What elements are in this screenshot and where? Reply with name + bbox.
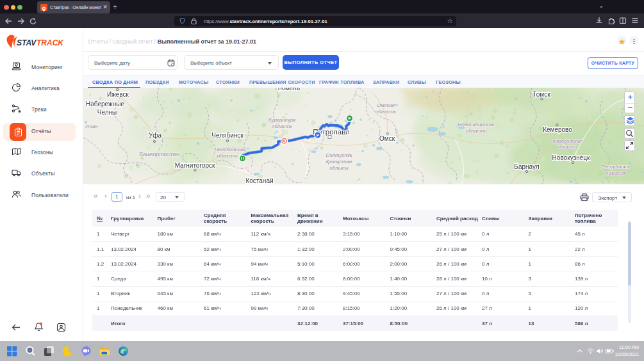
- svg-text:Курганская: Курганская: [268, 117, 296, 123]
- svg-text:Кемерово: Кемерово: [543, 126, 572, 133]
- svg-text:Кемеровская: Кемеровская: [552, 138, 581, 144]
- svg-text:Томск: Томск: [533, 91, 550, 98]
- svg-text:Набережные: Набережные: [86, 100, 124, 108]
- svg-text:Новосибирская: Новосибирская: [458, 122, 495, 127]
- svg-text:Ижевск: Ижевск: [107, 91, 129, 98]
- svg-text:Костанай: Костанай: [245, 177, 273, 184]
- svg-text:область: область: [376, 109, 397, 115]
- svg-text:Қазақстан: Қазақстан: [326, 159, 352, 164]
- svg-text:область: область: [466, 128, 487, 134]
- svg-text:Челябинская: Челябинская: [215, 147, 246, 152]
- svg-text:Челны: Челны: [97, 109, 117, 116]
- svg-text:Магнитогорск: Магнитогорск: [175, 162, 215, 169]
- svg-text:Республика: Республика: [601, 164, 629, 170]
- svg-text:STAV: STAV: [17, 38, 37, 47]
- svg-text:область: область: [557, 144, 577, 150]
- svg-text:облысы: облысы: [329, 165, 348, 171]
- svg-text:Хакасия: Хакасия: [605, 170, 625, 176]
- svg-text:Башкортостан: Башкортостан: [139, 151, 179, 157]
- svg-text:TRACK: TRACK: [37, 38, 64, 47]
- svg-text:Челябинск: Челябинск: [211, 132, 244, 139]
- svg-text:область: область: [217, 153, 238, 159]
- svg-text:Омск: Омск: [379, 135, 395, 142]
- svg-text:Солтустік: Солтустік: [326, 152, 352, 158]
- svg-text:P: P: [317, 133, 320, 138]
- svg-text:Омская: Омская: [377, 102, 395, 108]
- svg-text:Новокузнецк: Новокузнецк: [552, 154, 590, 161]
- svg-text:Тюмень: Тюмень: [277, 88, 300, 92]
- svg-text:Уфа: Уфа: [149, 132, 162, 139]
- svg-text:область: область: [272, 124, 293, 129]
- svg-text:стан: стан: [85, 124, 98, 129]
- svg-text:Барнаул: Барнаул: [514, 163, 539, 170]
